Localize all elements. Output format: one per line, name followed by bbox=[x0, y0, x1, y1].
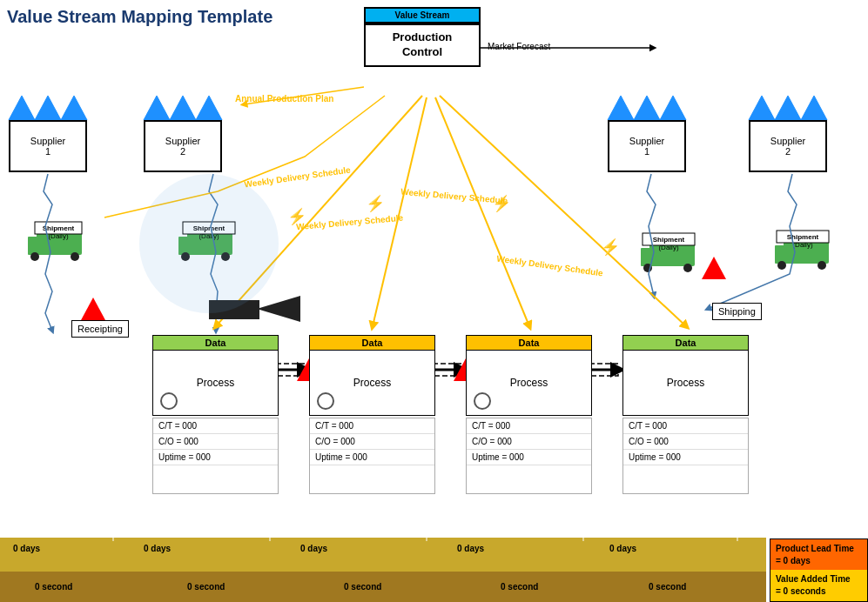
process-4-data: C/T = 000 C/O = 000 Uptime = 000 bbox=[622, 418, 749, 494]
svg-point-21 bbox=[683, 264, 692, 272]
timeline-sec-2: 0 second bbox=[344, 582, 381, 592]
svg-text:(Daily): (Daily) bbox=[48, 232, 68, 240]
process-3-co: C/O = 000 bbox=[467, 434, 591, 450]
shipping-box: Shipping bbox=[712, 303, 762, 320]
svg-rect-5 bbox=[28, 237, 40, 255]
process-1-header: Data bbox=[152, 335, 279, 351]
process-4: Data Process bbox=[622, 335, 749, 416]
weekly-schedule-2: Weekly Delivery Schedule bbox=[296, 213, 404, 232]
timeline-days-4: 0 days bbox=[609, 544, 636, 553]
supplier-2-right: Supplier2 bbox=[749, 120, 827, 172]
svg-rect-26 bbox=[775, 245, 787, 264]
process-3-extra2 bbox=[467, 479, 591, 493]
timeline-days-2: 0 days bbox=[300, 544, 327, 553]
watermark bbox=[139, 174, 279, 313]
svg-rect-4 bbox=[37, 231, 82, 255]
supplier-1-left: Supplier1 bbox=[9, 120, 87, 172]
svg-line-34 bbox=[435, 97, 529, 326]
svg-marker-3 bbox=[749, 96, 827, 120]
svg-point-6 bbox=[30, 252, 39, 261]
process-3-extra1 bbox=[467, 465, 591, 479]
svg-rect-22 bbox=[643, 233, 695, 245]
product-lead-time-label: Product Lead Time= 0 days bbox=[770, 538, 868, 572]
svg-marker-2 bbox=[608, 96, 686, 120]
weekly-schedule-1: Weekly Delivery Schedule bbox=[244, 164, 352, 189]
weekly-schedule-3: Weekly Delivery Schedule bbox=[400, 187, 508, 206]
process-1: Data Process bbox=[152, 335, 279, 416]
timeline-bottom-bar: 0 second 0 second 0 second 0 second 0 se… bbox=[0, 572, 766, 602]
timeline-top-bar: 0 days 0 days 0 days 0 days 0 days bbox=[0, 541, 766, 572]
process-1-body: Process bbox=[152, 351, 279, 416]
svg-point-28 bbox=[818, 261, 826, 270]
process-2-extra1 bbox=[310, 465, 434, 479]
pc-content: ProductionControl bbox=[364, 23, 481, 67]
process-1-co: C/O = 000 bbox=[153, 434, 278, 450]
page-title: Value Stream Mapping Template bbox=[7, 7, 273, 27]
process-4-header: Data bbox=[622, 335, 749, 351]
svg-point-7 bbox=[71, 252, 79, 261]
value-added-time-box: Value Added Time= 0 seconds bbox=[770, 570, 868, 602]
process-2-uptime: Uptime = 000 bbox=[310, 450, 434, 465]
process-1-data: C/T = 000 C/O = 000 Uptime = 000 bbox=[152, 418, 279, 494]
annual-plan-label: Annual Production Plan bbox=[235, 94, 333, 104]
supplier-1-left-box: Supplier1 bbox=[9, 120, 87, 172]
svg-rect-19 bbox=[641, 248, 653, 266]
process-4-extra2 bbox=[623, 479, 748, 493]
weekly-schedule-4: Weekly Delivery Schedule bbox=[496, 253, 604, 278]
process-3-header: Data bbox=[466, 335, 592, 351]
svg-line-33 bbox=[373, 97, 427, 326]
svg-marker-0 bbox=[9, 96, 87, 120]
supplier-2-right-box: Supplier2 bbox=[749, 120, 827, 172]
svg-rect-8 bbox=[35, 222, 82, 234]
process-3-ct: C/T = 000 bbox=[467, 418, 591, 434]
market-forecast-label: Market Forecast bbox=[488, 42, 550, 51]
process-3-uptime: Uptime = 000 bbox=[467, 450, 591, 465]
product-lead-time-box: Product Lead Time= 0 days bbox=[770, 538, 868, 572]
process-2-extra2 bbox=[310, 479, 434, 493]
process-4-uptime: Uptime = 000 bbox=[623, 450, 748, 465]
svg-text:(Daily): (Daily) bbox=[792, 241, 812, 249]
supplier-2-left: Supplier2 bbox=[144, 120, 222, 172]
process-4-body: Process bbox=[622, 351, 749, 416]
svg-text:Shipment: Shipment bbox=[653, 236, 685, 244]
supplier-2-left-box: Supplier2 bbox=[144, 120, 222, 172]
timeline-days-1: 0 days bbox=[144, 544, 171, 553]
timeline-sec-3: 0 second bbox=[501, 582, 538, 592]
process-2-co: C/O = 000 bbox=[310, 434, 434, 450]
svg-marker-50 bbox=[81, 298, 105, 320]
timeline-sec-1: 0 second bbox=[187, 582, 225, 592]
process-1-extra2 bbox=[153, 479, 278, 493]
process-2: Data Process bbox=[309, 335, 435, 416]
process-3-data: C/T = 000 C/O = 000 Uptime = 000 bbox=[466, 418, 592, 494]
process-4-ct: C/T = 000 bbox=[623, 418, 748, 434]
production-control-box: Value Stream ProductionControl bbox=[364, 7, 481, 67]
process-4-extra1 bbox=[623, 465, 748, 479]
svg-marker-1 bbox=[144, 96, 222, 120]
svg-text:Shipment: Shipment bbox=[787, 233, 819, 241]
process-2-body: Process bbox=[309, 351, 435, 416]
svg-marker-48 bbox=[257, 296, 300, 322]
process-3-body: Process bbox=[466, 351, 592, 416]
process-1-uptime: Uptime = 000 bbox=[153, 450, 278, 465]
timeline-days-3: 0 days bbox=[457, 544, 484, 553]
supplier-1-right: Supplier1 bbox=[608, 120, 686, 172]
process-3: Data Process bbox=[466, 335, 592, 416]
value-added-time-label: Value Added Time= 0 seconds bbox=[770, 570, 868, 602]
svg-rect-29 bbox=[777, 231, 829, 243]
receipting-box: Receipting bbox=[71, 320, 129, 338]
timeline-days-0: 0 days bbox=[13, 544, 40, 553]
timeline-sec-0: 0 second bbox=[35, 582, 72, 592]
process-1-ct: C/T = 000 bbox=[153, 418, 278, 434]
process-2-header: Data bbox=[309, 335, 435, 351]
svg-text:Shipment: Shipment bbox=[43, 224, 75, 232]
svg-point-27 bbox=[777, 261, 786, 270]
svg-rect-25 bbox=[784, 239, 829, 264]
svg-point-20 bbox=[643, 264, 652, 272]
process-1-extra1 bbox=[153, 465, 278, 479]
process-4-co: C/O = 000 bbox=[623, 434, 748, 450]
svg-marker-53 bbox=[702, 257, 726, 279]
svg-text:(Daily): (Daily) bbox=[658, 244, 678, 251]
process-2-data: C/T = 000 C/O = 000 Uptime = 000 bbox=[309, 418, 435, 494]
pc-label: Value Stream bbox=[364, 7, 481, 23]
svg-rect-18 bbox=[649, 242, 695, 266]
